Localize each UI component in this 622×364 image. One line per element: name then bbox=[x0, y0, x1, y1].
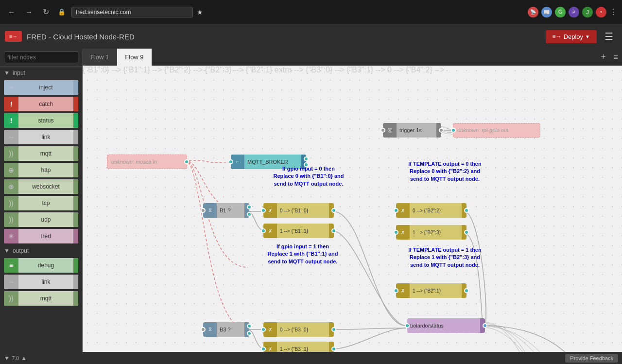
sidebar-item-status[interactable]: ! status bbox=[4, 113, 78, 128]
node-bolardo-status-out-label: bolardo/status bbox=[407, 323, 480, 329]
sidebar-item-link-out[interactable]: → link bbox=[4, 275, 78, 289]
node-b3-switch[interactable]: ⧖ B3 ? bbox=[203, 322, 249, 337]
tcp-icon: )) bbox=[4, 196, 18, 210]
sidebar-item-tcp[interactable]: )) tcp bbox=[4, 196, 78, 210]
extension-icon-rss2[interactable]: 📰 bbox=[541, 7, 552, 17]
canvas-area: Flow 1 Flow 9 + ≡ bbox=[83, 49, 622, 352]
tab-flow1-label: Flow 1 bbox=[90, 53, 109, 61]
node-b1-switch[interactable]: ⧖ B1 ? bbox=[203, 203, 249, 218]
sidebar-item-mqtt-out[interactable]: )) mqtt bbox=[4, 291, 78, 306]
app-brand: ≡→ FRED - Cloud Hosted Node-RED bbox=[5, 31, 135, 42]
sidebar-item-catch[interactable]: ! catch bbox=[4, 97, 78, 111]
tab-flow9[interactable]: Flow 9 bbox=[117, 49, 152, 66]
tcp-handle bbox=[73, 196, 78, 210]
sidebar-item-link[interactable]: → link bbox=[4, 130, 78, 144]
provide-feedback-button[interactable]: Provide Feedback bbox=[565, 354, 618, 363]
sidebar-item-udp[interactable]: )) udp bbox=[4, 212, 78, 227]
output-section-label: output bbox=[13, 247, 29, 254]
extension-icon-rss[interactable]: 📡 bbox=[528, 7, 538, 17]
status-icon: ! bbox=[4, 113, 18, 128]
node-bolardo-status-out-port-out bbox=[483, 323, 487, 328]
node-b1-tmpl0-label: 0 --> {"B1":0} bbox=[277, 208, 329, 213]
node-unknown-rpi[interactable]: unknown: rpi-gpio out bbox=[453, 123, 540, 138]
browser-menu-button[interactable]: ⋮ bbox=[609, 7, 617, 17]
sidebar-item-fred[interactable]: ✳ fred bbox=[4, 229, 78, 243]
extension-icon-p[interactable]: P bbox=[569, 7, 579, 17]
inject-handle bbox=[73, 80, 78, 95]
node-b2-tmpl-extra-port-in bbox=[394, 288, 398, 293]
node-b1-tmpl1[interactable]: ✗ 1 --> {"B1":1} bbox=[263, 224, 334, 238]
node-b1-switch-port-out-2 bbox=[247, 212, 252, 217]
url-bar[interactable] bbox=[71, 7, 193, 17]
udp-handle bbox=[73, 212, 78, 227]
node-unknown-mosca[interactable]: unknown: mosca in bbox=[107, 155, 187, 169]
node-b2-tmpl1[interactable]: ✗ 1 --> {"B2":3} bbox=[396, 225, 466, 240]
fred-icon: ✳ bbox=[4, 229, 18, 243]
mqtt-handle bbox=[73, 146, 78, 161]
bookmark-icon[interactable]: ★ bbox=[197, 8, 203, 16]
zoom-value: 7.8 bbox=[12, 355, 19, 361]
node-mqtt-broker-port-in bbox=[228, 159, 233, 164]
node-trigger1s[interactable]: ⧖ trigger 1s bbox=[383, 123, 441, 138]
deploy-button[interactable]: ≡→ Deploy ▼ bbox=[546, 30, 597, 43]
node-bolardo-status-out[interactable]: bolardo/status bbox=[407, 318, 485, 333]
zoom-down-button[interactable]: ▼ bbox=[4, 355, 10, 362]
sidebar-item-debug[interactable]: ≡ debug bbox=[4, 258, 78, 273]
logo-text: ≡→ bbox=[9, 34, 17, 39]
back-button[interactable]: ← bbox=[5, 6, 18, 18]
hamburger-menu-button[interactable]: ☰ bbox=[601, 29, 617, 44]
output-section-header[interactable]: ▼ output bbox=[0, 244, 82, 257]
node-b3-tmpl0-port-in bbox=[261, 327, 266, 332]
connections-svg bbox=[83, 66, 622, 352]
browser-toolbar: ← → ↻ 🔒 ★ 📡 📰 G P J • ⋮ bbox=[0, 0, 622, 24]
input-section-header[interactable]: ▼ input bbox=[0, 67, 82, 79]
udp-label: udp bbox=[18, 216, 73, 223]
browser-nav: ← → ↻ 🔒 ★ bbox=[5, 5, 203, 18]
node-b1-switch-label: B1 ? bbox=[217, 208, 244, 213]
lock-icon: 🔒 bbox=[58, 8, 66, 16]
extension-icon-g[interactable]: G bbox=[555, 7, 566, 17]
tab-bar: Flow 1 Flow 9 + ≡ bbox=[83, 49, 622, 66]
sidebar-item-http[interactable]: ⊕ http bbox=[4, 163, 78, 177]
node-b2-tmpl1-port-out bbox=[464, 230, 469, 235]
node-b1-tmpl0[interactable]: ✗ 0 --> {"B1":0} bbox=[263, 203, 334, 218]
node-b3-tmpl0[interactable]: ✗ 0 --> {"B3":0} bbox=[263, 322, 334, 337]
node-b2-tmpl0[interactable]: ✗ 0 --> {"B2":2} bbox=[396, 203, 466, 218]
deploy-label: Deploy bbox=[564, 33, 583, 40]
deploy-arrow: ▼ bbox=[585, 34, 590, 39]
link-label: link bbox=[18, 134, 73, 140]
ws-handle bbox=[73, 179, 78, 194]
node-b3-switch-port-in bbox=[201, 327, 206, 332]
app-actions: ≡→ Deploy ▼ ☰ bbox=[546, 29, 617, 44]
node-b2-tmpl-extra[interactable]: ✗ 1 --> {"B2":1} bbox=[396, 283, 466, 298]
tab-flow9-label: Flow 9 bbox=[125, 53, 143, 61]
forward-button[interactable]: → bbox=[22, 6, 36, 18]
input-section-label: input bbox=[13, 69, 25, 76]
catch-handle bbox=[73, 97, 78, 111]
node-b1-switch-port-out-1 bbox=[247, 205, 252, 209]
node-mqtt-broker[interactable]: ≡ MQTT_BROKER bbox=[231, 155, 306, 169]
node-b3-tmpl1[interactable]: ✗ 1 --> {"B3":1} bbox=[263, 342, 334, 352]
filter-input[interactable] bbox=[4, 52, 78, 63]
node-b3-switch-label: B3 ? bbox=[217, 327, 244, 332]
node-b1-tmpl0-port-out bbox=[331, 208, 336, 213]
app-header: ≡→ FRED - Cloud Hosted Node-RED ≡→ Deplo… bbox=[0, 24, 622, 49]
flow-canvas[interactable]: unknown: mosca in ≡ MQTT_BROKER ⧖ trigge… bbox=[83, 66, 622, 352]
mqtt-label: mqtt bbox=[18, 150, 73, 157]
debug-label: debug bbox=[18, 262, 73, 269]
node-mqtt-broker-port-out-2 bbox=[304, 162, 309, 167]
mqtt-out-label: mqtt bbox=[18, 295, 73, 302]
node-b2-tmpl0-port-out bbox=[464, 208, 469, 213]
sidebar-item-inject[interactable]: → inject bbox=[4, 80, 78, 95]
reload-button[interactable]: ↻ bbox=[40, 5, 52, 18]
extension-icon-dot[interactable]: • bbox=[596, 7, 606, 17]
http-handle bbox=[73, 163, 78, 177]
tab-add-button[interactable]: + bbox=[597, 49, 610, 66]
user-avatar[interactable]: J bbox=[582, 7, 593, 17]
sidebar-item-websocket[interactable]: ⊕ websocket bbox=[4, 179, 78, 194]
fred-label: fred bbox=[18, 233, 73, 240]
zoom-up-button[interactable]: ▲ bbox=[21, 355, 27, 362]
sidebar-item-mqtt[interactable]: )) mqtt bbox=[4, 146, 78, 161]
tab-flow1[interactable]: Flow 1 bbox=[83, 49, 117, 66]
tab-list-button[interactable]: ≡ bbox=[610, 49, 622, 66]
